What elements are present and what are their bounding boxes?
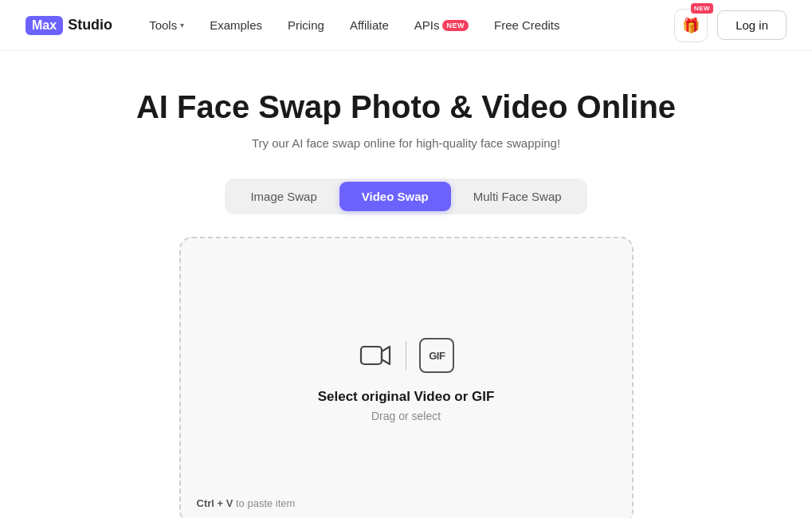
nav-tools[interactable]: Tools ▾ bbox=[138, 12, 195, 38]
tab-video-swap[interactable]: Video Swap bbox=[339, 182, 451, 211]
gift-icon: 🎁 bbox=[682, 17, 700, 34]
nav-examples[interactable]: Examples bbox=[198, 12, 273, 38]
nav-right: 🎁 NEW Log in bbox=[674, 9, 787, 42]
nav-links: Tools ▾ Examples Pricing Affiliate APIs … bbox=[138, 12, 668, 38]
apis-badge: NEW bbox=[442, 20, 469, 31]
nav-affiliate[interactable]: Affiliate bbox=[339, 12, 400, 38]
gift-badge: NEW bbox=[691, 3, 713, 14]
logo-studio: Studio bbox=[68, 17, 112, 33]
tab-image-swap[interactable]: Image Swap bbox=[228, 182, 339, 211]
navbar: Max Studio Tools ▾ Examples Pricing Affi… bbox=[0, 0, 812, 51]
login-button[interactable]: Log in bbox=[717, 10, 787, 40]
logo-max: Max bbox=[25, 16, 63, 35]
upload-title: Select original Video or GIF bbox=[318, 389, 495, 405]
paste-text: to paste item bbox=[233, 497, 295, 509]
tab-multi-face-swap[interactable]: Multi Face Swap bbox=[451, 182, 584, 211]
nav-apis[interactable]: APIs NEW bbox=[403, 12, 480, 38]
upload-subtitle: Drag or select bbox=[371, 410, 441, 422]
icons-divider bbox=[406, 341, 407, 370]
nav-free-credits[interactable]: Free Credits bbox=[483, 12, 571, 38]
chevron-down-icon: ▾ bbox=[180, 21, 184, 29]
tabs-container: Image Swap Video Swap Multi Face Swap bbox=[225, 179, 586, 214]
paste-key: Ctrl + V bbox=[197, 497, 233, 509]
gift-button[interactable]: 🎁 NEW bbox=[674, 9, 708, 42]
gif-icon: GIF bbox=[419, 338, 454, 373]
video-icon bbox=[358, 338, 393, 373]
upload-icons-row: GIF bbox=[358, 338, 455, 373]
svg-rect-0 bbox=[361, 347, 382, 364]
page-subtitle: Try our AI face swap online for high-qua… bbox=[252, 136, 560, 150]
page-title: AI Face Swap Photo & Video Online bbox=[136, 89, 676, 125]
upload-area[interactable]: GIF Select original Video or GIF Drag or… bbox=[179, 237, 634, 518]
nav-pricing[interactable]: Pricing bbox=[277, 12, 335, 38]
logo[interactable]: Max Studio bbox=[25, 16, 112, 35]
paste-hint: Ctrl + V to paste item bbox=[197, 497, 296, 509]
main-content: AI Face Swap Photo & Video Online Try ou… bbox=[0, 51, 812, 518]
